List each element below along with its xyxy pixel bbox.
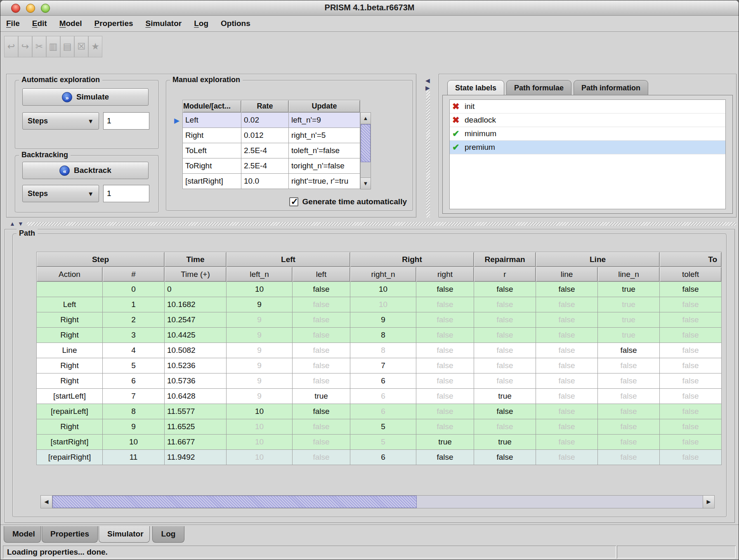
path-cell[interactable]: false [598, 419, 660, 435]
path-cell[interactable]: 10 [103, 435, 165, 450]
path-cell[interactable]: Left [37, 297, 103, 312]
path-cell[interactable]: 6 [103, 373, 165, 389]
path-cell[interactable] [37, 282, 103, 297]
undo-button[interactable]: ↩ [4, 36, 18, 57]
path-cell[interactable]: false [536, 419, 598, 435]
transition-module-cell[interactable]: ToRight [183, 158, 241, 174]
path-cell[interactable]: false [598, 373, 660, 389]
vertical-splitter[interactable]: ◀ ▶ [419, 74, 437, 217]
path-cell[interactable]: true [293, 389, 350, 404]
path-cell[interactable]: false [536, 312, 598, 328]
path-cell[interactable]: false [474, 282, 536, 297]
path-cell[interactable]: false [536, 450, 598, 465]
transition-row[interactable]: ToLeft2.5E-4toleft_n'=false [183, 143, 360, 158]
simulate-steps-select[interactable]: Steps ▼ [22, 112, 99, 130]
transition-update-cell[interactable]: left_n'=9 [289, 113, 360, 128]
path-row[interactable]: Left110.16829false10falsefalsefalsetruef… [37, 297, 722, 312]
state-label-row-minimum[interactable]: ✔minimum [450, 127, 725, 141]
path-cell[interactable]: false [660, 282, 722, 297]
path-cell[interactable]: false [660, 312, 722, 328]
path-cell[interactable]: 1 [103, 297, 165, 312]
path-cell[interactable]: 5 [103, 358, 165, 373]
path-cell[interactable]: Right [37, 312, 103, 328]
path-cell[interactable]: 10.5736 [165, 373, 227, 389]
path-cell[interactable]: 6 [350, 404, 416, 419]
path-cell[interactable]: true [474, 389, 536, 404]
path-cell[interactable]: false [474, 312, 536, 328]
main-tab-properties[interactable]: Properties [42, 526, 98, 543]
path-cell[interactable]: false [660, 435, 722, 450]
path-cell[interactable]: false [293, 435, 350, 450]
path-cell[interactable]: false [416, 328, 474, 343]
path-cell[interactable]: false [536, 297, 598, 312]
path-cell[interactable]: false [416, 373, 474, 389]
backtrack-button[interactable]: « Backtrack [22, 162, 149, 179]
transition-update-cell[interactable]: toright_n'=false [289, 158, 360, 174]
transition-rate-cell[interactable]: 2.5E-4 [241, 158, 289, 174]
path-cell[interactable]: false [598, 404, 660, 419]
collapse-down-icon[interactable]: ▼ [18, 220, 24, 227]
menu-item-properties[interactable]: Properties [94, 19, 133, 28]
path-cell[interactable]: [repairRight] [37, 450, 103, 465]
tab-path-formulae[interactable]: Path formulae [506, 80, 571, 95]
path-cell[interactable]: false [598, 358, 660, 373]
transition-row[interactable]: Left0.02left_n'=9 [183, 113, 360, 128]
path-cell[interactable]: 10.5236 [165, 358, 227, 373]
path-cell[interactable]: 10 [227, 404, 293, 419]
collapse-up-icon[interactable]: ▲ [9, 220, 15, 227]
path-cell[interactable]: false [293, 297, 350, 312]
path-cell[interactable]: true [598, 297, 660, 312]
path-cell[interactable]: 6 [350, 373, 416, 389]
path-cell[interactable]: Right [37, 419, 103, 435]
menu-item-model[interactable]: Model [59, 19, 82, 28]
path-cell[interactable]: false [536, 282, 598, 297]
path-cell[interactable]: true [598, 282, 660, 297]
path-cell[interactable]: false [293, 404, 350, 419]
transition-module-cell[interactable]: ToLeft [183, 143, 241, 158]
menu-item-log[interactable]: Log [194, 19, 208, 28]
star-button[interactable]: ★ [88, 36, 102, 57]
menu-item-edit[interactable]: Edit [32, 19, 47, 28]
path-cell[interactable]: false [293, 450, 350, 465]
path-cell[interactable]: false [660, 373, 722, 389]
path-cell[interactable]: false [598, 435, 660, 450]
path-cell[interactable]: false [536, 404, 598, 419]
path-cell[interactable]: false [474, 297, 536, 312]
path-cell[interactable]: false [293, 358, 350, 373]
path-cell[interactable]: 11.6525 [165, 419, 227, 435]
path-cell[interactable]: 11.9492 [165, 450, 227, 465]
copy-button[interactable]: ▥ [46, 36, 60, 57]
path-cell[interactable]: 9 [227, 297, 293, 312]
menu-item-simulator[interactable]: Simulator [146, 19, 182, 28]
path-cell[interactable]: 8 [350, 343, 416, 358]
path-cell[interactable]: false [416, 343, 474, 358]
path-cell[interactable]: 9 [103, 419, 165, 435]
scroll-right-icon[interactable]: ▶ [703, 496, 714, 508]
path-cell[interactable]: true [598, 312, 660, 328]
transition-rate-cell[interactable]: 0.012 [241, 128, 289, 143]
vertical-splitter-bar[interactable] [426, 90, 430, 217]
simulate-button[interactable]: » Simulate [22, 88, 149, 106]
path-cell[interactable]: [startLeft] [37, 389, 103, 404]
transition-table-scrollbar[interactable]: ▲ ▼ [360, 112, 371, 189]
path-cell[interactable]: 10 [350, 282, 416, 297]
horizontal-splitter-bar[interactable] [27, 222, 736, 226]
path-cell[interactable]: Right [37, 373, 103, 389]
path-cell[interactable]: false [474, 404, 536, 419]
path-cell[interactable]: 6 [350, 450, 416, 465]
path-cell[interactable]: false [660, 297, 722, 312]
redo-button[interactable]: ↪ [18, 36, 32, 57]
scrollbar-thumb[interactable] [361, 124, 371, 162]
tab-state-labels[interactable]: State labels [447, 80, 504, 95]
path-cell[interactable]: false [536, 389, 598, 404]
transition-update-cell[interactable]: toleft_n'=false [289, 143, 360, 158]
path-cell[interactable]: true [598, 328, 660, 343]
path-cell[interactable]: 10 [227, 435, 293, 450]
path-cell[interactable]: 9 [227, 328, 293, 343]
scroll-down-icon[interactable]: ▼ [361, 177, 371, 189]
path-cell[interactable]: 11 [103, 450, 165, 465]
path-cell[interactable]: false [660, 343, 722, 358]
main-tab-model[interactable]: Model [4, 526, 41, 543]
path-cell[interactable]: 10 [227, 282, 293, 297]
path-cell[interactable]: true [474, 435, 536, 450]
